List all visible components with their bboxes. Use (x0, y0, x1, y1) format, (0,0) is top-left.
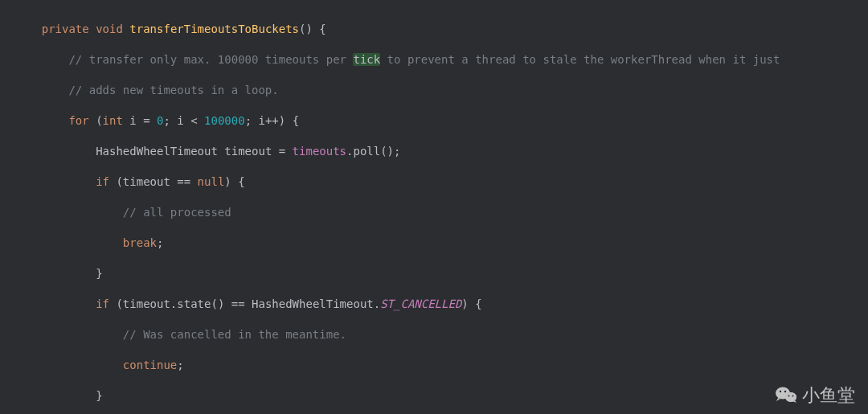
code-line: for (int i = 0; i < 100000; i++) { (14, 113, 868, 129)
svg-point-5 (784, 391, 786, 392)
wechat-icon (775, 385, 797, 404)
keyword-private: private (42, 23, 89, 35)
keyword-int: int (103, 114, 123, 127)
punctuation: ; (157, 236, 163, 249)
code-line: private void transferTimeoutsToBuckets()… (14, 22, 868, 37)
punctuation: ( (89, 114, 103, 127)
comment: // adds new timeouts in a loop. (68, 84, 278, 96)
punctuation: ; i++) { (245, 114, 299, 127)
svg-point-4 (780, 391, 781, 392)
punctuation: ) { (224, 175, 244, 188)
code-line: continue; (14, 358, 868, 373)
comment: // all processed (123, 206, 231, 219)
code-line: } (14, 266, 868, 281)
keyword-continue: continue (123, 359, 177, 371)
punctuation: ) { (461, 297, 481, 310)
variable: i (123, 114, 137, 127)
number: 100000 (204, 114, 245, 127)
keyword-for: for (68, 114, 88, 127)
type-name: HashedWheelTimeout (96, 145, 218, 158)
comment: // Was cancelled in the meantime. (123, 328, 346, 341)
code-line: // Was cancelled in the meantime. (14, 327, 868, 342)
comment: // transfer only max. 100000 timeouts pe… (68, 53, 353, 66)
code-line: } (14, 388, 868, 404)
punctuation: = (272, 145, 292, 158)
code-line: if (timeout == null) { (14, 174, 868, 190)
punctuation: (timeout == (109, 175, 198, 188)
code-line: // adds new timeouts in a loop. (14, 83, 868, 98)
punctuation: .poll(); (346, 145, 400, 158)
code-line: HashedWheelTimeout timeout = timeouts.po… (14, 144, 868, 159)
punctuation: = (137, 114, 157, 127)
keyword-if: if (96, 297, 109, 310)
highlighted-word: tick (353, 53, 380, 66)
punctuation: } (96, 389, 102, 402)
watermark: 小鱼堂 (775, 385, 855, 404)
comment: to prevent a thread to stale the workerT… (380, 53, 780, 66)
punctuation: ; (177, 359, 183, 371)
code-line: if (timeout.state() == HashedWheelTimeou… (14, 297, 868, 312)
code-line: // all processed (14, 205, 868, 220)
variable: timeout (218, 145, 272, 158)
field: timeouts (293, 145, 346, 158)
static-field: ST_CANCELLED (380, 297, 461, 310)
punctuation: (timeout.state() == HashedWheelTimeout. (109, 297, 380, 310)
method-name: transferTimeoutsToBuckets (129, 23, 299, 35)
svg-point-6 (788, 396, 790, 397)
keyword-break: break (123, 236, 157, 249)
code-line: // transfer only max. 100000 timeouts pe… (14, 52, 868, 68)
keyword-null: null (198, 175, 225, 188)
code-editor[interactable]: private void transferTimeoutsToBuckets()… (0, 0, 868, 414)
punctuation: ; i < (163, 114, 204, 127)
keyword-void: void (96, 23, 123, 35)
code-line: break; (14, 236, 868, 251)
watermark-text: 小鱼堂 (802, 387, 855, 403)
svg-point-7 (792, 396, 794, 397)
keyword-if: if (96, 175, 109, 188)
punctuation: } (96, 267, 102, 280)
punctuation: () { (299, 23, 326, 35)
